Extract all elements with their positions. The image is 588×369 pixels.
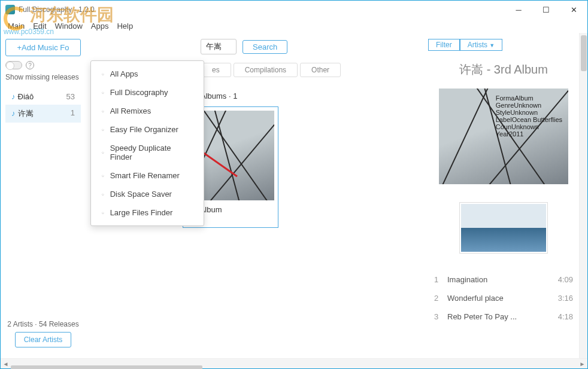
close-button[interactable]: ✕ (560, 1, 587, 19)
menu-main[interactable]: Main (8, 22, 25, 31)
tab-other[interactable]: Other (300, 63, 341, 77)
artist-item[interactable]: ♪许嵩 1 (5, 105, 81, 123)
menu-edit[interactable]: Edit (33, 22, 46, 31)
menu-apps[interactable]: Apps (91, 22, 109, 31)
dd-smart-file-renamer[interactable]: Smart File Renamer (91, 166, 204, 185)
filter-type-select[interactable]: Artists ▼ (460, 39, 503, 51)
artist-item[interactable]: ♪Điáô 53 (5, 89, 81, 105)
dd-full-discography[interactable]: Full Discography (91, 83, 204, 102)
artists-summary: 2 Artists · 54 Releases (5, 320, 81, 328)
show-missing-label: Show missing releases (5, 73, 79, 81)
menubar: Main Edit Window Apps Help (1, 19, 587, 33)
tab-compilations[interactable]: Compilations (234, 63, 298, 77)
horizontal-scrollbar[interactable]: ◄ ► (1, 358, 587, 368)
track-row[interactable]: 1 Imagination 4:09 (434, 270, 573, 289)
sidebar: +Add Music Fo ? Show missing releases ♪Đ… (1, 33, 86, 358)
album-metadata: FormaAlbum GenreUnknown StyleUnknown Lab… (496, 94, 562, 138)
dd-large-files-finder[interactable]: Large Files Finder (91, 203, 204, 222)
dd-speedy-duplicate-finder[interactable]: Speedy Duplicate Finder (91, 139, 204, 166)
detail-cover: FormaAlbum GenreUnknown StyleUnknown Lab… (439, 89, 568, 184)
add-music-folder-button[interactable]: +Add Music Fo (5, 39, 81, 56)
details-panel: Filter Artists ▼ 许嵩 - 3rd Album FormaAlb… (420, 33, 587, 358)
apps-dropdown: All Apps Full Discography All Remixes Ea… (90, 60, 204, 226)
chevron-down-icon: ▼ (489, 42, 495, 48)
dd-all-remixes[interactable]: All Remixes (91, 102, 204, 120)
maximize-button[interactable]: ☐ (532, 1, 560, 19)
titlebar: Full Discography - 1.2.0 ─ ☐ ✕ (1, 1, 587, 19)
search-button[interactable]: Search (243, 40, 287, 54)
clear-artists-button[interactable]: Clear Artists (15, 332, 72, 347)
show-missing-toggle[interactable] (5, 61, 22, 69)
minimize-button[interactable]: ─ (505, 1, 532, 19)
app-icon (5, 5, 15, 14)
tab-singles[interactable]: es (201, 63, 231, 77)
track-list: 1 Imagination 4:09 2 Wonderful place 3:1… (428, 270, 579, 326)
track-row[interactable]: 2 Wonderful place 3:16 (434, 289, 573, 307)
music-note-icon: ♪ (11, 109, 16, 118)
dd-disk-space-saver[interactable]: Disk Space Saver (91, 185, 204, 203)
music-note-icon: ♪ (11, 92, 16, 101)
dd-all-apps[interactable]: All Apps (91, 65, 204, 83)
menu-help[interactable]: Help (117, 22, 133, 31)
track-row[interactable]: 3 Reb Peter To Pay ... 4:18 (434, 307, 573, 326)
help-icon[interactable]: ? (26, 61, 34, 69)
albums-section-label: Albums · 1 (201, 92, 413, 100)
scroll-left-arrow-icon[interactable]: ◄ (1, 359, 11, 368)
scroll-right-arrow-icon[interactable]: ► (577, 359, 587, 368)
vertical-scrollbar[interactable] (579, 33, 587, 358)
secondary-cover[interactable] (459, 202, 548, 254)
menu-window[interactable]: Window (55, 22, 83, 31)
dd-easy-file-organizer[interactable]: Easy File Organizer (91, 120, 204, 139)
window-title: Full Discography - 1.2.0 (19, 5, 95, 14)
filter-button[interactable]: Filter (428, 39, 460, 51)
search-input[interactable]: 午嵩 (201, 39, 237, 54)
show-missing-toggle-row: ? Show missing releases (5, 61, 81, 81)
detail-heading: 许嵩 - 3rd Album (428, 62, 579, 78)
